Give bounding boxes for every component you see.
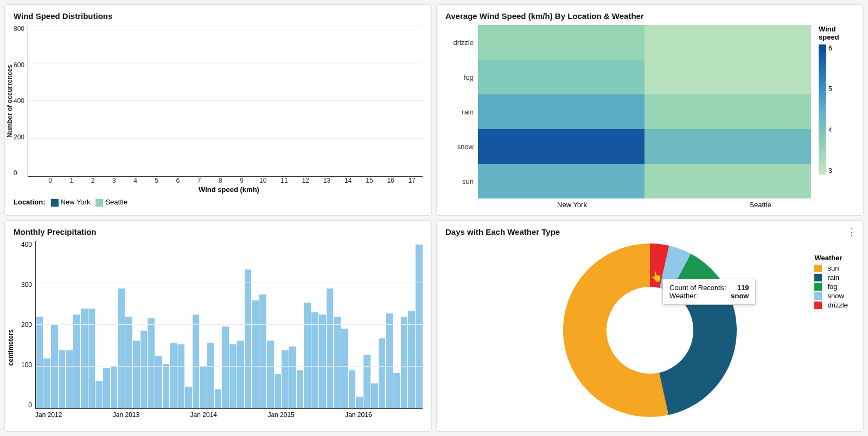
swatch-icon xyxy=(51,199,59,207)
precip-bar[interactable] xyxy=(66,350,73,408)
heat-cell[interactable] xyxy=(478,60,644,94)
precip-bar[interactable] xyxy=(245,270,252,408)
precip-bar[interactable] xyxy=(311,312,318,408)
legend-title: Wind speed xyxy=(819,25,854,41)
precip-bar[interactable] xyxy=(275,374,282,408)
precip-bar[interactable] xyxy=(334,317,341,408)
y-ticks: 8006004002000 xyxy=(14,25,28,177)
precip-bar[interactable] xyxy=(237,341,244,408)
precip-bar[interactable] xyxy=(289,347,296,408)
precip-bar[interactable] xyxy=(282,350,289,408)
legend: Weather sunrainfogsnowdrizzle xyxy=(814,254,848,310)
precip-bar[interactable] xyxy=(416,245,423,408)
x-axis-label: Wind speed (kmh) xyxy=(14,185,423,194)
precip-bar[interactable] xyxy=(118,288,125,408)
heat-cell[interactable] xyxy=(644,25,811,60)
precip-bar[interactable] xyxy=(103,368,110,408)
tooltip: Count of Records:119 Weather:snow xyxy=(662,279,756,305)
more-icon[interactable]: ⋮ xyxy=(847,226,857,238)
precip-bar[interactable] xyxy=(341,329,348,408)
legend-title: Weather xyxy=(814,254,848,262)
heat-cell[interactable] xyxy=(478,25,644,60)
precip-bar[interactable] xyxy=(356,397,363,408)
heat-cell[interactable] xyxy=(478,129,644,164)
panel-title: Monthly Precipitation xyxy=(14,227,423,236)
precip-bar[interactable] xyxy=(267,341,274,408)
precip-bar[interactable] xyxy=(349,370,356,408)
donut-plot[interactable]: Count of Records:119 Weather:snow 👆 Weat… xyxy=(445,241,854,420)
precip-bar[interactable] xyxy=(155,356,162,408)
swatch-icon xyxy=(814,283,822,291)
histogram-plot: 8006004002000 xyxy=(14,25,423,177)
precip-bar[interactable] xyxy=(259,294,266,408)
color-legend: Wind speed 6543 xyxy=(811,25,854,198)
precip-bar[interactable] xyxy=(73,315,80,408)
heat-cell[interactable] xyxy=(644,94,811,129)
precip-bar[interactable] xyxy=(363,355,371,408)
legend-item-rain[interactable]: rain xyxy=(814,273,848,281)
bar-plot: 4003002001000 xyxy=(14,241,423,409)
precip-bar[interactable] xyxy=(125,317,132,408)
legend-item-drizzle[interactable]: drizzle xyxy=(814,301,848,309)
precip-bar[interactable] xyxy=(371,383,378,408)
panel-wind-speed-hist: Wind Speed Distributions Number of occur… xyxy=(4,4,432,216)
precip-bar[interactable] xyxy=(36,317,43,408)
precip-bar[interactable] xyxy=(304,303,311,408)
y-axis-label: Number of occurrences xyxy=(6,65,14,138)
precip-bar[interactable] xyxy=(200,367,207,408)
precip-bar[interactable] xyxy=(163,364,170,408)
precip-bar[interactable] xyxy=(408,311,415,408)
precip-bar[interactable] xyxy=(177,344,184,408)
precip-bar[interactable] xyxy=(297,370,304,408)
plot-area[interactable] xyxy=(478,25,811,198)
legend-item-fog[interactable]: fog xyxy=(814,283,848,291)
heatmap-plot: drizzlefograinsnowsun Wind speed 6543 xyxy=(445,25,854,198)
panel-heatmap: Average Wind Speed (km/h) By Location & … xyxy=(436,4,864,216)
swatch-icon xyxy=(814,292,822,300)
precip-bar[interactable] xyxy=(229,344,237,408)
precip-bar[interactable] xyxy=(401,317,408,408)
precip-bar[interactable] xyxy=(51,325,58,409)
precip-bar[interactable] xyxy=(43,358,50,408)
heat-cell[interactable] xyxy=(644,129,811,164)
precip-bar[interactable] xyxy=(59,350,66,408)
heat-cell[interactable] xyxy=(644,60,811,94)
precip-bar[interactable] xyxy=(185,387,192,408)
legend-item-newyork[interactable]: New York xyxy=(51,198,91,207)
precip-bar[interactable] xyxy=(133,341,140,408)
donut-svg[interactable] xyxy=(560,241,739,420)
heat-cell[interactable] xyxy=(478,164,644,198)
legend-item-seattle[interactable]: Seattle xyxy=(95,198,127,207)
plot-area[interactable] xyxy=(28,25,423,177)
precip-bar[interactable] xyxy=(193,315,200,408)
panel-title: Days with Each Weather Type xyxy=(445,227,854,236)
plot-area[interactable] xyxy=(35,241,423,409)
heat-cell[interactable] xyxy=(478,94,644,129)
x-ticks: New YorkSeattle xyxy=(445,201,854,209)
legend-title: Location: xyxy=(14,198,46,206)
gradient-bar xyxy=(819,44,826,175)
precip-bar[interactable] xyxy=(215,389,222,408)
precip-bar[interactable] xyxy=(81,309,88,408)
precip-bar[interactable] xyxy=(393,373,400,408)
dashboard: Wind Speed Distributions Number of occur… xyxy=(4,4,864,432)
precip-bar[interactable] xyxy=(170,343,177,408)
precip-bar[interactable] xyxy=(88,309,95,408)
precip-bar[interactable] xyxy=(379,338,386,408)
precip-bar[interactable] xyxy=(111,367,118,408)
precip-bar[interactable] xyxy=(141,331,148,408)
legend-item-snow[interactable]: snow xyxy=(814,292,848,300)
precip-bar[interactable] xyxy=(319,315,326,408)
precip-bar[interactable] xyxy=(222,326,229,408)
legend-item-sun[interactable]: sun xyxy=(814,264,848,272)
precip-bar[interactable] xyxy=(386,313,393,408)
precip-bar[interactable] xyxy=(252,300,259,408)
precip-bar[interactable] xyxy=(207,343,214,408)
swatch-icon xyxy=(814,265,822,272)
precip-bar[interactable] xyxy=(95,381,103,408)
legend-ticks: 6543 xyxy=(828,44,854,175)
heat-cell[interactable] xyxy=(644,164,811,198)
precip-bar[interactable] xyxy=(327,288,334,408)
precip-bar[interactable] xyxy=(148,318,155,408)
swatch-icon xyxy=(95,199,103,207)
